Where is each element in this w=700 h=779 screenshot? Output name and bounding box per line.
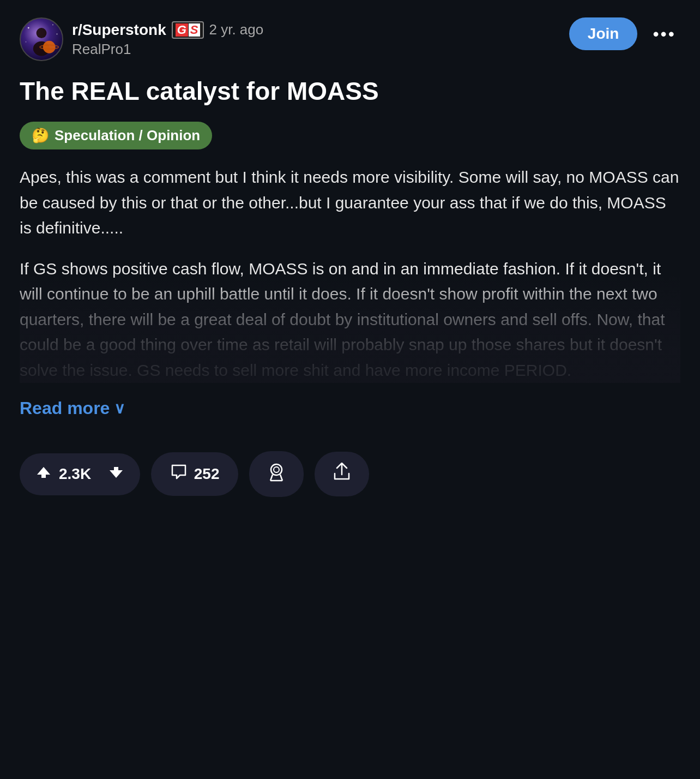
tag-emoji: 🤔 [32,127,49,144]
gs-badge: GS [172,21,204,39]
vote-button[interactable]: 2.3K [20,453,140,495]
post-time: 2 yr. ago [209,21,264,38]
chevron-down-icon: ∨ [114,399,125,417]
read-more-label: Read more [20,398,110,418]
post-title: The REAL catalyst for MOASS [20,76,680,106]
svg-point-5 [37,28,47,38]
comment-button[interactable]: 252 [151,452,238,496]
share-button[interactable] [315,452,369,496]
join-button[interactable]: Join [569,17,638,50]
post-body: Apes, this was a comment but I think it … [20,165,680,383]
share-icon [333,463,351,486]
svg-point-9 [271,464,282,475]
post-body-paragraph-1: Apes, this was a comment but I think it … [20,165,680,241]
comment-count: 252 [194,465,220,483]
upvote-icon [36,464,51,484]
svg-line-12 [280,475,282,481]
svg-point-10 [274,467,279,472]
post-meta-top: r/Superstonk GS 2 yr. ago [72,21,263,39]
read-more-button[interactable]: Read more ∨ [20,398,125,418]
gs-badge-g: G [176,23,188,37]
downvote-icon [108,464,124,484]
post-actions: 2.3K 252 [20,451,680,497]
post-header: r/Superstonk GS 2 yr. ago RealPro1 Join … [20,17,680,61]
more-options-button[interactable]: ••• [648,22,680,46]
avatar [20,17,63,61]
subreddit-name[interactable]: r/Superstonk [72,21,166,39]
svg-point-3 [56,33,57,34]
gs-badge-s: S [189,23,200,37]
svg-point-2 [52,24,53,25]
svg-point-7 [43,41,56,53]
comment-icon [170,463,188,485]
header-actions: Join ••• [569,17,680,50]
svg-point-1 [28,27,29,29]
tag-label: Speculation / Opinion [55,127,200,144]
post-container: r/Superstonk GS 2 yr. ago RealPro1 Join … [0,0,700,519]
svg-point-4 [26,41,27,43]
vote-count: 2.3K [59,465,91,483]
svg-line-11 [270,475,273,481]
post-header-left: r/Superstonk GS 2 yr. ago RealPro1 [20,17,263,61]
post-author[interactable]: RealPro1 [72,41,263,58]
award-button[interactable] [249,451,304,497]
post-tag[interactable]: 🤔 Speculation / Opinion [20,122,212,149]
award-icon [267,462,286,486]
post-meta: r/Superstonk GS 2 yr. ago RealPro1 [72,21,263,58]
post-body-paragraph-2: If GS shows positive cash flow, MOASS is… [20,256,680,383]
fade-container: If GS shows positive cash flow, MOASS is… [20,256,680,383]
